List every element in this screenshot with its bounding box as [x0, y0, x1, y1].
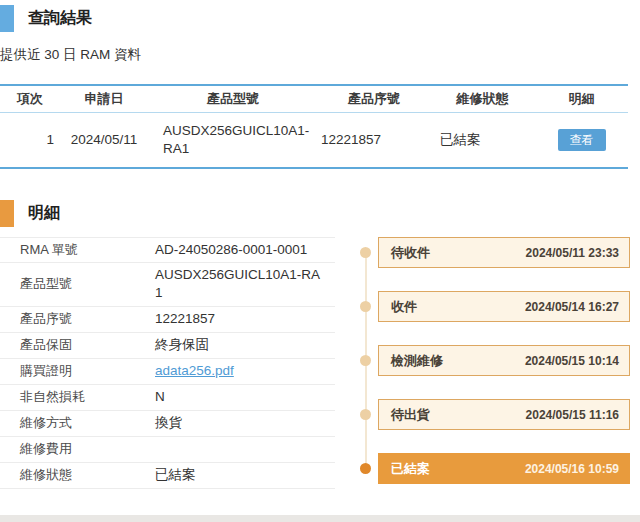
timeline-step-datetime: 2024/05/14 16:27 [525, 300, 619, 314]
col-header-index: 項次 [0, 85, 60, 112]
section-marker-orange [0, 200, 14, 227]
section-marker-blue [0, 5, 14, 32]
detail-row-serial: 產品序號 12221857 [0, 307, 335, 333]
timeline-step-datetime: 2024/05/15 11:16 [526, 408, 619, 422]
timeline-dot-icon [360, 409, 371, 420]
timeline-box: 待收件 2024/05/11 23:33 [378, 237, 630, 268]
timeline-dot-icon [360, 463, 371, 474]
col-header-model: 產品型號 [148, 85, 318, 112]
timeline-step-pending-shipment: 待出貨 2024/05/15 11:16 [360, 399, 630, 430]
detail-key-value-list: RMA 單號 AD-24050286-0001-0001 產品型號 AUSDX2… [0, 237, 335, 507]
cell-serial: 12221857 [318, 112, 430, 168]
detail-label: 非自然損耗 [0, 388, 155, 406]
timeline-step-datetime: 2024/05/15 10:14 [525, 354, 619, 368]
detail-label: 產品型號 [0, 275, 155, 293]
col-header-status: 維修狀態 [430, 85, 535, 112]
detail-row-rma-number: RMA 單號 AD-24050286-0001-0001 [0, 237, 335, 263]
timeline-step-datetime: 2024/05/11 23:33 [526, 246, 619, 260]
timeline-step-received: 收件 2024/05/14 16:27 [360, 291, 630, 322]
detail-value: AUSDX256GUICL10A1-RA1 [155, 266, 335, 302]
timeline-step-label: 待出貨 [391, 406, 430, 424]
detail-label: 維修方式 [0, 414, 155, 432]
timeline-step-inspection-repair: 檢測維修 2024/05/15 10:14 [360, 345, 630, 376]
purchase-proof-link[interactable]: adata256.pdf [155, 363, 234, 378]
detail-label: 維修狀態 [0, 466, 155, 484]
timeline-step-label: 收件 [391, 298, 417, 316]
detail-label: 產品保固 [0, 336, 155, 354]
detail-row-model: 產品型號 AUSDX256GUICL10A1-RA1 [0, 263, 335, 306]
results-section-header: 查詢結果 [0, 5, 640, 32]
col-header-detail: 明細 [535, 85, 628, 112]
col-header-date: 申請日 [60, 85, 148, 112]
detail-row-repair-fee: 維修費用 [0, 437, 335, 463]
timeline-box: 已結案 2024/05/16 10:59 [378, 453, 630, 484]
timeline-dot-icon [360, 355, 371, 366]
timeline-step-pending-receipt: 待收件 2024/05/11 23:33 [360, 237, 630, 268]
detail-value: 換貨 [155, 414, 335, 432]
cell-status: 已結案 [430, 112, 535, 168]
timeline-step-label: 待收件 [391, 244, 430, 262]
timeline-dot-icon [360, 247, 371, 258]
cell-model: AUSDX256GUICL10A1-RA1 [148, 112, 318, 168]
timeline-step-label: 已結案 [391, 460, 430, 478]
view-detail-button[interactable]: 查看 [558, 129, 606, 151]
cell-index: 1 [0, 112, 60, 168]
detail-row-unnatural-wear: 非自然損耗 N [0, 385, 335, 411]
detail-area: RMA 單號 AD-24050286-0001-0001 產品型號 AUSDX2… [0, 237, 640, 507]
detail-label: 購買證明 [0, 362, 155, 380]
cell-date: 2024/05/11 [60, 112, 148, 168]
footer-strip [0, 515, 640, 522]
detail-value: 終身保固 [155, 336, 335, 354]
detail-value: AD-24050286-0001-0001 [155, 241, 335, 259]
detail-section-header: 明細 [0, 200, 640, 227]
col-header-serial: 產品序號 [318, 85, 430, 112]
timeline-dot-icon [360, 301, 371, 312]
results-section-title: 查詢結果 [28, 8, 92, 29]
timeline-step-closed: 已結案 2024/05/16 10:59 [360, 453, 630, 484]
detail-row-warranty: 產品保固 終身保固 [0, 333, 335, 359]
detail-row-repair-method: 維修方式 換貨 [0, 411, 335, 437]
detail-row-purchase-proof: 購買證明 adata256.pdf [0, 359, 335, 385]
timeline-box: 收件 2024/05/14 16:27 [378, 291, 630, 322]
detail-value: 12221857 [155, 310, 335, 328]
detail-label: RMA 單號 [0, 241, 155, 259]
timeline-step-datetime: 2024/05/16 10:59 [525, 462, 619, 476]
detail-label: 維修費用 [0, 440, 155, 458]
timeline-step-label: 檢測維修 [391, 352, 443, 370]
table-row: 1 2024/05/11 AUSDX256GUICL10A1-RA1 12221… [0, 112, 628, 168]
detail-row-repair-status: 維修狀態 已結案 [0, 463, 335, 489]
results-subtitle: 提供近 30 日 RAM 資料 [0, 46, 640, 64]
detail-value: N [155, 388, 335, 406]
results-table: 項次 申請日 產品型號 產品序號 維修狀態 明細 1 2024/05/11 AU… [0, 84, 628, 169]
results-table-header-row: 項次 申請日 產品型號 產品序號 維修狀態 明細 [0, 85, 628, 112]
status-timeline: 待收件 2024/05/11 23:33 收件 2024/05/14 16:27… [360, 237, 630, 507]
detail-section-title: 明細 [28, 203, 60, 224]
detail-label: 產品序號 [0, 310, 155, 328]
detail-value: 已結案 [155, 466, 335, 484]
timeline-box: 檢測維修 2024/05/15 10:14 [378, 345, 630, 376]
timeline-box: 待出貨 2024/05/15 11:16 [378, 399, 630, 430]
